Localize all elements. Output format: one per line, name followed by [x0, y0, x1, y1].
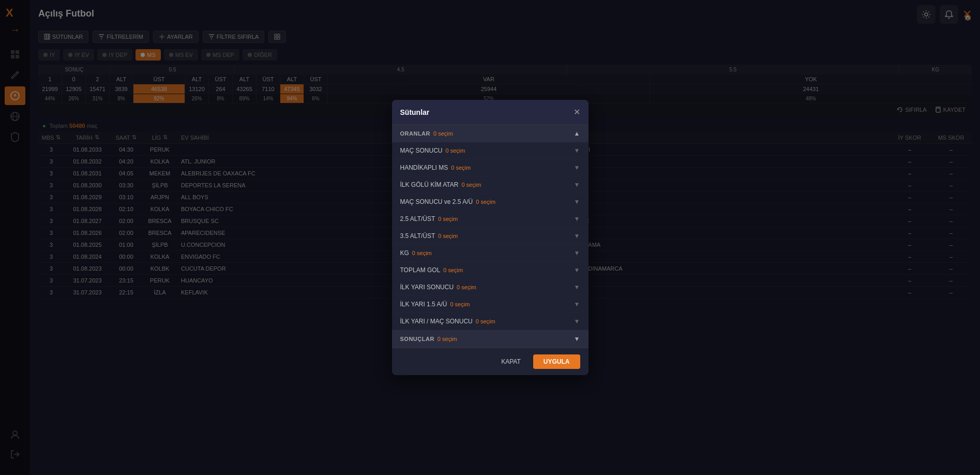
modal-header: Sütunlar ✕ [392, 100, 589, 125]
modal-item-kg[interactable]: KG 0 seçim ▼ [392, 245, 589, 262]
cancel-button[interactable]: KAPAT [493, 354, 529, 369]
modal-item-alt-ust-35[interactable]: 3.5 ALT/ÜST 0 seçim ▼ [392, 228, 589, 245]
modal-section-sonuclar[interactable]: SONUÇLAR 0 seçim ▼ [392, 330, 589, 348]
modal-section-oranlar[interactable]: ORANLAR 0 seçim ▲ [392, 125, 589, 142]
apply-button[interactable]: UYGULA [533, 354, 580, 369]
modal-item-ilk-gol[interactable]: İLK GÖLÜ KİM ATAR 0 seçim ▼ [392, 176, 589, 194]
modal-body: ORANLAR 0 seçim ▲ MAÇ SONUCU 0 seçim ▼ H… [392, 125, 589, 348]
modal-overlay: Sütunlar ✕ ORANLAR 0 seçim ▲ MAÇ SONUCU … [0, 0, 980, 475]
modal-item-alt-ust-25[interactable]: 2.5 ALT/ÜST 0 seçim ▼ [392, 211, 589, 228]
modal-item-mac-sonucu[interactable]: MAÇ SONUCU 0 seçim ▼ [392, 142, 589, 159]
modal-footer: KAPAT UYGULA [392, 348, 589, 375]
modal-item-ilk-yari-15[interactable]: İLK YARI 1.5 A/Ü 0 seçim ▼ [392, 296, 589, 313]
modal-item-toplam-gol[interactable]: TOPLAM GOL 0 seçim ▼ [392, 262, 589, 279]
modal-close-button[interactable]: ✕ [574, 107, 580, 117]
modal-item-handikap-ms[interactable]: HANDİKAPLI MS 0 seçim ▼ [392, 159, 589, 176]
modal-item-ilk-yari-mac[interactable]: İLK YARI / MAÇ SONUCU 0 seçim ▼ [392, 313, 589, 330]
modal-item-mac-sonucu-25[interactable]: MAÇ SONUCU ve 2.5 A/Ü 0 seçim ▼ [392, 194, 589, 211]
modal-title: Sütunlar [400, 108, 430, 116]
columns-modal: Sütunlar ✕ ORANLAR 0 seçim ▲ MAÇ SONUCU … [392, 100, 589, 375]
modal-item-ilk-yari-sonucu[interactable]: İLK YARI SONUCU 0 seçim ▼ [392, 279, 589, 296]
